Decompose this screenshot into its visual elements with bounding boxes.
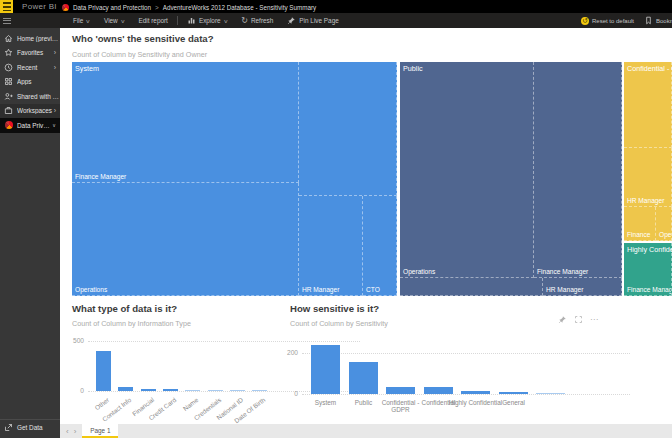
sidebar-item-shared-with-me[interactable]: Shared with me xyxy=(0,89,60,104)
grid-icon xyxy=(4,77,13,86)
chevron-down-icon: ∨ xyxy=(86,18,91,24)
sidebar-item-label: Apps xyxy=(17,78,60,85)
treemap-group-label: Public xyxy=(403,64,423,73)
treemap-cell-finance[interactable]: Finance xyxy=(624,207,656,241)
treemap-cell-operations[interactable]: Operations xyxy=(400,62,534,278)
treemap-cell-finance-manager[interactable]: Finance Manager xyxy=(72,62,299,183)
menu-item-label: Bookmarks xyxy=(656,18,672,24)
treemap-cell-hr-manager[interactable]: HR Manager xyxy=(624,148,672,207)
bar-national-id[interactable] xyxy=(230,390,245,391)
treemap-cell-finance-manager[interactable]: Finance Manager xyxy=(534,62,622,278)
sensitivity-bar-chart: How sensitive is it? Count of Column by … xyxy=(290,300,672,424)
page-tab-page-1[interactable]: Page 1 xyxy=(82,424,118,438)
treemap-visual: Finance ManagerOperationsHR ManagerCTOSy… xyxy=(72,62,672,296)
gridline xyxy=(302,394,630,395)
treemap-cell-label: Operations xyxy=(403,268,435,275)
chevron-right-icon: › xyxy=(54,49,56,56)
bar-public[interactable] xyxy=(349,362,378,394)
menu-item-edit-report[interactable]: Edit report xyxy=(131,13,174,28)
sidebar-item-data-privacy-and[interactable]: Data Privacy and...∨ xyxy=(0,118,60,133)
sidebar-item-apps[interactable]: Apps xyxy=(0,75,60,90)
y-axis-tick-label: 0 xyxy=(68,387,84,394)
menu-item-view[interactable]: View∨ xyxy=(97,13,131,28)
menu-item-label: Refresh xyxy=(251,17,273,24)
menu-item-refresh[interactable]: ↻Refresh xyxy=(234,13,280,28)
chart2-subtitle: Count of Column by Sensitivity xyxy=(290,319,388,328)
menu-item-label: Edit report xyxy=(138,17,167,24)
workspace-app-icon xyxy=(4,121,13,129)
get-data-label: Get Data xyxy=(17,424,43,431)
chevron-right-icon: › xyxy=(54,64,56,71)
treemap-cell-hr-manager[interactable]: HR Manager xyxy=(543,278,622,296)
y-axis-tick-label: 500 xyxy=(68,337,84,344)
shared-icon xyxy=(4,92,13,101)
bar-item[interactable] xyxy=(536,393,565,394)
menu-separator xyxy=(177,16,178,25)
menu-left-group: File∨View∨Edit reportExplore∨↻RefreshPin… xyxy=(66,13,346,28)
pin-icon[interactable] xyxy=(558,315,567,324)
menu-item-bookmarks[interactable]: Bookmarks∨ xyxy=(639,13,672,28)
bar-system[interactable] xyxy=(311,345,340,394)
treemap-group-label: Confidential - GDPR xyxy=(627,64,672,73)
menu-item-reset-to-default[interactable]: ↺Reset to default xyxy=(576,13,639,28)
page-prev-icon[interactable]: ‹ xyxy=(66,427,69,436)
sidebar-item-favorites[interactable]: Favorites› xyxy=(0,46,60,61)
bar-date-of-birth[interactable] xyxy=(252,390,267,391)
menu-item-explore[interactable]: Explore∨ xyxy=(180,13,234,28)
bar-name[interactable] xyxy=(185,390,200,391)
treemap-cell-label: Finance Manager xyxy=(627,286,672,293)
clock-icon xyxy=(4,63,13,72)
treemap-cell[interactable] xyxy=(624,62,672,148)
top-bar: Power BI Data Privacy and Protection > A… xyxy=(0,0,672,13)
treemap-cell[interactable] xyxy=(400,278,543,296)
treemap-cell[interactable] xyxy=(299,62,397,196)
bar-credentials[interactable] xyxy=(208,390,223,391)
menu-item-pin-live-page[interactable]: Pin Live Page xyxy=(280,13,345,28)
bar-credit-card[interactable] xyxy=(163,389,178,391)
home-icon xyxy=(4,34,13,43)
treemap-cell-label: HR Manager xyxy=(302,286,339,293)
chevron-down-icon: ∨ xyxy=(120,18,125,24)
sidebar-item-label: Home (preview) xyxy=(17,35,60,42)
treemap-cell-operations[interactable]: Operations xyxy=(72,183,299,296)
global-nav-hamburger-icon[interactable] xyxy=(0,0,13,13)
chevron-down-icon: ∨ xyxy=(223,18,228,24)
treemap-cell-operations[interactable]: Operations xyxy=(656,207,672,241)
bar-highly-confidential[interactable] xyxy=(461,391,490,394)
workspaces-icon xyxy=(4,106,13,115)
menu-item-file[interactable]: File∨ xyxy=(66,13,97,28)
bar-general[interactable] xyxy=(499,392,528,394)
bar-contact-info[interactable] xyxy=(118,387,133,391)
chart1-subtitle: Count of Column by Information Type xyxy=(72,319,191,328)
bar-confidential[interactable] xyxy=(424,387,453,394)
treemap-group-system: Finance ManagerOperationsHR ManagerCTOSy… xyxy=(72,62,397,296)
get-data-button[interactable]: Get Data xyxy=(0,419,60,433)
treemap-cell-hr-manager[interactable]: HR Manager xyxy=(299,196,363,296)
bar-financial[interactable] xyxy=(141,389,156,392)
visual-header: ⋯ xyxy=(558,315,598,324)
treemap-cell-label: Operations xyxy=(659,231,672,238)
y-axis-tick-label: 200 xyxy=(282,349,298,356)
sidebar-item-label: Shared with me xyxy=(17,93,60,100)
sidebar-item-workspaces[interactable]: Workspaces› xyxy=(0,104,60,119)
sidebar-item-recent[interactable]: Recent› xyxy=(0,60,60,75)
treemap-cell-label: Finance xyxy=(627,231,650,238)
sidebar-item-label: Data Privacy and... xyxy=(17,122,52,129)
menu-item-label: Explore xyxy=(199,17,221,24)
breadcrumb-separator: > xyxy=(155,4,159,11)
page-next-icon[interactable]: › xyxy=(74,427,77,436)
refresh-icon: ↻ xyxy=(241,17,248,25)
treemap-title: Who 'owns' the sensitive data? xyxy=(72,33,214,44)
more-icon[interactable]: ⋯ xyxy=(590,315,598,324)
sidebar-item-home-preview[interactable]: Home (preview) xyxy=(0,31,60,46)
menu-item-label: File xyxy=(73,17,83,24)
bar-confidential-gdpr[interactable] xyxy=(386,387,415,394)
treemap-cell-cto[interactable]: CTO xyxy=(363,196,397,296)
menu-item-label: Pin Live Page xyxy=(299,17,338,24)
bar-other[interactable] xyxy=(96,351,111,391)
breadcrumb-workspace[interactable]: Data Privacy and Protection xyxy=(73,4,151,11)
collapse-nav-icon[interactable] xyxy=(0,13,14,28)
menu-item-label: View xyxy=(104,17,118,24)
treemap-cell-label: CTO xyxy=(366,286,380,293)
focus-icon[interactable] xyxy=(574,315,583,324)
